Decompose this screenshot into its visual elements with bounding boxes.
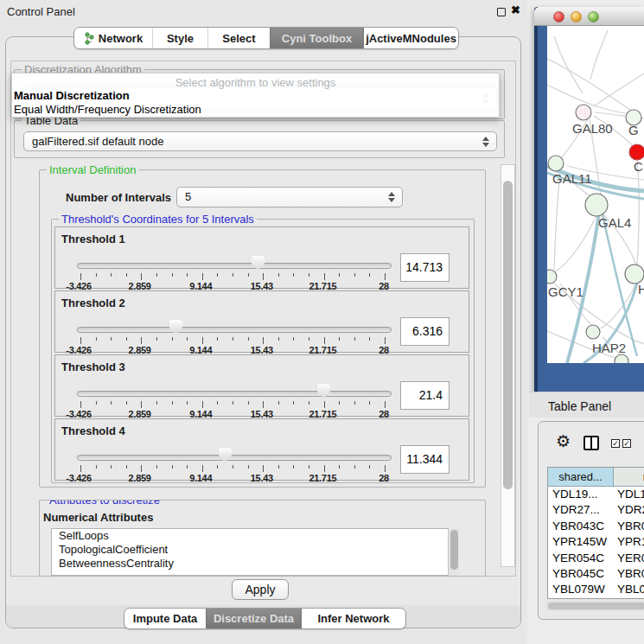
- panel-scrollbar[interactable]: [501, 164, 515, 567]
- table-cell-shared-name[interactable]: YBL079W: [548, 582, 614, 597]
- threshold-1-value-field[interactable]: 14.713: [400, 253, 450, 282]
- table-cell-name[interactable]: YDR2: [614, 502, 644, 518]
- threshold-4-slider-track[interactable]: [77, 455, 392, 461]
- table-horizontal-scrollbar[interactable]: [545, 601, 644, 611]
- tab-select[interactable]: Select: [207, 28, 270, 48]
- number-of-intervals-combo[interactable]: 5: [176, 187, 403, 207]
- float-window-icon[interactable]: [497, 8, 506, 16]
- thresholds-group-label: Threshold's Coordinates for 5 Intervals: [59, 213, 257, 226]
- checkbox-icon[interactable]: ✓: [622, 439, 631, 448]
- tab-impute-data[interactable]: Impute Data: [124, 609, 206, 628]
- attribute-item[interactable]: SelfLoops: [52, 529, 458, 543]
- dropdown-option-manual[interactable]: Manual Discretization: [14, 89, 130, 102]
- zoom-traffic-light-icon[interactable]: [588, 11, 599, 22]
- attributes-scrollbar[interactable]: [448, 528, 459, 576]
- attribute-item[interactable]: BetweennessCentrality: [52, 557, 458, 571]
- table-row[interactable]: YBL079WYBL0: [548, 582, 644, 597]
- minimize-traffic-light-icon[interactable]: [571, 11, 582, 22]
- table-cell-name[interactable]: YDL1: [614, 487, 644, 502]
- tab-cyni-toolbox[interactable]: Cyni Toolbox: [270, 28, 363, 48]
- network-node-gal4[interactable]: [585, 194, 608, 216]
- threshold-1-slider-track[interactable]: [77, 263, 392, 269]
- threshold-2-slider-track[interactable]: [77, 327, 392, 333]
- table-cell-shared-name[interactable]: YBR045C: [548, 566, 614, 582]
- table-row[interactable]: YDR27...YDR2: [548, 502, 644, 518]
- threshold-4-label: Threshold 4: [61, 424, 125, 437]
- network-node-gcy1[interactable]: [547, 270, 557, 284]
- tab-network[interactable]: Network: [74, 28, 152, 48]
- tab-jactivemnodules[interactable]: jActiveMNodules: [363, 28, 458, 48]
- tab-cyni-toolbox-label: Cyni Toolbox: [282, 32, 352, 45]
- table-cell-shared-name[interactable]: YDR27...: [548, 502, 614, 518]
- table-cell-name[interactable]: YBL0: [614, 582, 644, 597]
- scale-labels: -3.4262.8599.14415.4321.71528: [77, 407, 392, 418]
- scale-label: -3.426: [66, 473, 91, 483]
- network-icon: [84, 32, 95, 45]
- node-label-g: G: [628, 123, 639, 137]
- table-cell-name[interactable]: YBR0: [614, 566, 644, 582]
- tab-infer-network-label: Infer Network: [317, 612, 389, 625]
- dropdown-hint: Select algorithm to view settings: [12, 76, 499, 89]
- threshold-1-panel: Threshold 1 -3.4262.8599.14415.4321.7152…: [54, 226, 469, 289]
- table-row[interactable]: YBR045CYBR0: [548, 566, 644, 582]
- gear-icon[interactable]: ⚙: [556, 433, 571, 450]
- algorithm-dropdown-popup: Select algorithm to view settings Manual…: [11, 73, 500, 118]
- table-cell-shared-name[interactable]: YDL19...: [548, 487, 614, 502]
- table-cell-name[interactable]: YBR0: [614, 519, 644, 534]
- network-view-window: GAL80 G GAL11 GAL4 GCY1 H HAP2 C: [534, 7, 644, 393]
- table-row[interactable]: YBR043CYBR0: [548, 519, 644, 534]
- close-window-icon[interactable]: ✖: [511, 3, 520, 16]
- window-frame-edge: [534, 7, 538, 393]
- node-label-gcy1: GCY1: [548, 284, 583, 299]
- network-node-h[interactable]: [625, 265, 644, 284]
- threshold-2-value-field[interactable]: 6.316: [400, 317, 450, 346]
- attribute-item[interactable]: TopologicalCoefficient: [52, 543, 458, 557]
- tab-infer-network[interactable]: Infer Network: [301, 609, 405, 628]
- table-cell-shared-name[interactable]: YER054C: [548, 551, 614, 566]
- network-window-titlebar[interactable]: [534, 7, 644, 26]
- split-pane-icon[interactable]: [583, 436, 599, 450]
- threshold-3-label: Threshold 3: [61, 360, 125, 373]
- column-header-shared[interactable]: shared...: [548, 468, 614, 486]
- table-cell-name[interactable]: YLR3: [614, 598, 644, 599]
- table-horizontal-scrollbar-thumb[interactable]: [548, 603, 644, 609]
- table-cell-name[interactable]: YPR1: [614, 534, 644, 550]
- tab-impute-data-label: Impute Data: [133, 612, 197, 625]
- table-row[interactable]: YLR345WYLR3: [548, 598, 644, 599]
- close-traffic-light-icon[interactable]: [553, 11, 564, 22]
- threshold-2-panel: Threshold 2 -3.4262.8599.14415.4321.7152…: [54, 290, 469, 353]
- table-row[interactable]: YDL19...YDL1: [548, 487, 644, 502]
- table-row[interactable]: YER054CYER0: [548, 551, 644, 566]
- table-row[interactable]: YPR145WYPR1: [548, 534, 644, 550]
- network-node-red[interactable]: [629, 144, 644, 160]
- tab-discretize-data[interactable]: Discretize Data: [206, 609, 301, 628]
- threshold-3-value-field[interactable]: 21.4: [400, 381, 450, 410]
- numerical-attributes-list: SelfLoopsTopologicalCoefficientBetweenne…: [51, 528, 459, 576]
- network-node-partial[interactable]: [615, 354, 628, 363]
- table-data-combo[interactable]: galFiltered.sif default node: [23, 131, 497, 151]
- network-canvas[interactable]: GAL80 G GAL11 GAL4 GCY1 H HAP2 C: [547, 26, 644, 363]
- dropdown-option-equal-width[interactable]: Equal Width/Frequency Discretization: [14, 103, 201, 116]
- apply-button[interactable]: Apply: [232, 579, 289, 600]
- table-cell-shared-name[interactable]: YPR145W: [548, 534, 614, 550]
- attributes-scrollbar-thumb[interactable]: [450, 530, 458, 570]
- table-cell-name[interactable]: YER0: [614, 551, 644, 566]
- network-node-hap2[interactable]: [586, 325, 600, 339]
- panel-scrollbar-thumb[interactable]: [503, 181, 513, 489]
- threshold-4-panel: Threshold 4 -3.4262.8599.14415.4321.7152…: [54, 418, 469, 481]
- threshold-4-value-field[interactable]: 11.344: [400, 445, 450, 474]
- table-body: YDL19...YDL1YDR27...YDR2YBR043CYBR0YPR14…: [548, 487, 644, 599]
- table-cell-shared-name[interactable]: YBR043C: [548, 519, 614, 534]
- table-cell-shared-name[interactable]: YLR345W: [548, 598, 614, 599]
- tab-discretize-data-label: Discretize Data: [214, 612, 294, 625]
- network-node-gal11[interactable]: [548, 156, 564, 171]
- tab-style[interactable]: Style: [152, 28, 207, 48]
- table-header-row: shared... n: [548, 468, 644, 487]
- table-panel-header: Table Panel: [529, 392, 644, 418]
- checkbox-icon[interactable]: ✓: [611, 439, 620, 448]
- threshold-3-slider-track[interactable]: [77, 391, 392, 397]
- threshold-1-label: Threshold 1: [61, 233, 125, 245]
- scale-labels: -3.4262.8599.14415.4321.71528: [77, 471, 392, 481]
- column-header-name[interactable]: n: [614, 468, 644, 486]
- network-node-gal80[interactable]: [576, 105, 591, 120]
